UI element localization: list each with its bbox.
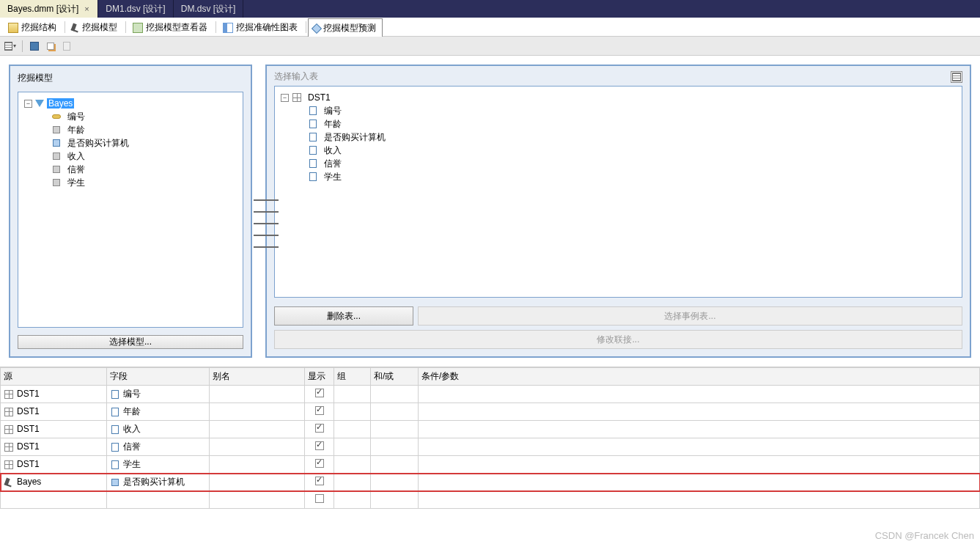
cell-group[interactable] bbox=[334, 474, 371, 491]
cell-group[interactable] bbox=[334, 456, 371, 474]
tab-mining-prediction[interactable]: 挖掘模型预测 bbox=[308, 18, 383, 37]
cell-andor[interactable] bbox=[371, 438, 419, 456]
mining-model-tree[interactable]: − Bayes 编号 年龄 是否购买计算机 收入 信誉 学生 bbox=[18, 92, 243, 328]
cell-group[interactable] bbox=[334, 438, 371, 456]
collapse-icon[interactable]: − bbox=[24, 100, 32, 108]
tree-node[interactable]: 信誉 bbox=[39, 163, 238, 176]
grid-row[interactable]: DST1年龄 bbox=[1, 403, 980, 421]
tree-root-dst1[interactable]: − DST1 bbox=[279, 91, 957, 104]
input-table-tree[interactable]: − DST1 编号 年龄 是否购买计算机 收入 信誉 学生 bbox=[274, 86, 962, 298]
cell-group[interactable] bbox=[334, 421, 371, 438]
grid-row[interactable]: DST1编号 bbox=[1, 386, 980, 403]
separator bbox=[215, 21, 216, 33]
table-icon bbox=[292, 93, 301, 102]
document-button[interactable] bbox=[61, 40, 73, 52]
col-show[interactable]: 显示 bbox=[305, 368, 334, 386]
cell-alias[interactable] bbox=[210, 438, 305, 456]
document-tab[interactable]: DM.dsv [设计] bbox=[174, 0, 244, 18]
col-andor[interactable]: 和/或 bbox=[371, 368, 419, 386]
col-cond[interactable]: 条件/参数 bbox=[419, 368, 980, 386]
modify-join-button: 修改联接... bbox=[274, 330, 962, 349]
key-icon bbox=[52, 114, 61, 119]
tab-mining-accuracy[interactable]: 挖掘准确性图表 bbox=[218, 18, 304, 36]
grid-row[interactable]: DST1学生 bbox=[1, 456, 980, 474]
show-checkbox[interactable] bbox=[315, 441, 324, 450]
cell-cond[interactable] bbox=[419, 456, 980, 474]
query-grid[interactable]: 源 字段 别名 显示 组 和/或 条件/参数 DST1编号DST1年龄DST1收… bbox=[0, 367, 980, 521]
tree-node[interactable]: 编号 bbox=[295, 104, 957, 117]
column-icon bbox=[111, 460, 119, 469]
col-field[interactable]: 字段 bbox=[107, 368, 210, 386]
tree-node[interactable]: 年龄 bbox=[295, 117, 957, 131]
cell-andor[interactable] bbox=[371, 456, 419, 474]
show-checkbox[interactable] bbox=[315, 389, 324, 397]
show-checkbox[interactable] bbox=[315, 477, 324, 485]
tab-mining-model[interactable]: 挖掘模型 bbox=[67, 18, 124, 36]
cell-andor[interactable] bbox=[371, 403, 419, 421]
cell-alias[interactable] bbox=[210, 421, 305, 438]
tree-node[interactable]: 收入 bbox=[295, 144, 957, 157]
cell-cond[interactable] bbox=[419, 474, 980, 491]
grid-row[interactable]: DST1信誉 bbox=[1, 438, 980, 456]
separator bbox=[65, 21, 65, 33]
panel-title: 挖掘模型 bbox=[10, 66, 251, 90]
tree-node[interactable]: 学生 bbox=[295, 170, 957, 183]
model-icon bbox=[4, 477, 14, 487]
grid-toggle-button[interactable] bbox=[951, 71, 962, 83]
col-alias[interactable]: 别名 bbox=[210, 368, 305, 386]
close-icon[interactable]: × bbox=[83, 5, 90, 12]
tree-node[interactable]: 是否购买计算机 bbox=[39, 136, 238, 150]
button-label: 修改联接... bbox=[597, 334, 639, 346]
col-group[interactable]: 组 bbox=[334, 368, 371, 386]
cell-cond[interactable] bbox=[419, 438, 980, 456]
copy-button[interactable] bbox=[45, 40, 56, 52]
show-checkbox[interactable] bbox=[315, 494, 324, 503]
tree-root-bayes[interactable]: − Bayes bbox=[23, 97, 238, 110]
cell-group[interactable] bbox=[334, 386, 371, 403]
show-checkbox[interactable] bbox=[315, 424, 324, 433]
grid-dropdown-button[interactable]: ▾ bbox=[4, 40, 16, 52]
cell-alias[interactable] bbox=[210, 456, 305, 474]
document-tab-active[interactable]: Bayes.dmm [设计] × bbox=[0, 0, 98, 18]
tree-node-label: 信誉 bbox=[67, 163, 85, 176]
tree-node[interactable]: 是否购买计算机 bbox=[295, 131, 957, 144]
tree-node[interactable]: 年龄 bbox=[39, 123, 238, 136]
save-button[interactable] bbox=[29, 40, 40, 52]
button-label: 选择事例表... bbox=[664, 310, 715, 323]
column-icon bbox=[111, 425, 119, 434]
show-checkbox[interactable] bbox=[315, 406, 324, 415]
cell-andor[interactable] bbox=[371, 386, 419, 403]
tree-node[interactable]: 学生 bbox=[39, 176, 238, 189]
tree-node-label: 学生 bbox=[324, 171, 342, 183]
grid-row[interactable]: Bayes是否购买计算机 bbox=[1, 474, 980, 491]
button-label: 选择模型... bbox=[109, 336, 152, 348]
tab-label: 挖掘结构 bbox=[21, 21, 56, 34]
cell-andor[interactable] bbox=[371, 474, 419, 491]
collapse-icon[interactable]: − bbox=[281, 94, 289, 102]
table-icon bbox=[4, 425, 13, 434]
cell-andor[interactable] bbox=[371, 421, 419, 438]
cell-alias[interactable] bbox=[210, 474, 305, 491]
tab-mining-structure[interactable]: 挖掘结构 bbox=[3, 18, 63, 36]
cell-cond[interactable] bbox=[419, 421, 980, 438]
delete-table-button[interactable]: 删除表... bbox=[274, 306, 413, 326]
cell-alias[interactable] bbox=[210, 386, 305, 403]
cell-alias[interactable] bbox=[210, 403, 305, 421]
select-model-button[interactable]: 选择模型... bbox=[18, 335, 243, 349]
grid-empty-row[interactable] bbox=[1, 491, 980, 509]
cell-group[interactable] bbox=[334, 403, 371, 421]
tree-node[interactable]: 编号 bbox=[39, 110, 238, 123]
tree-node[interactable]: 收入 bbox=[39, 150, 238, 163]
cell-cond[interactable] bbox=[419, 403, 980, 421]
grid-row[interactable]: DST1收入 bbox=[1, 421, 980, 438]
tree-node[interactable]: 信誉 bbox=[295, 157, 957, 170]
cell-cond[interactable] bbox=[419, 386, 980, 403]
separator bbox=[306, 21, 306, 33]
document-tab[interactable]: DM1.dsv [设计] bbox=[98, 0, 173, 18]
cell-source: DST1 bbox=[17, 406, 40, 416]
show-checkbox[interactable] bbox=[315, 459, 324, 468]
cell-field: 信誉 bbox=[123, 441, 141, 452]
col-source[interactable]: 源 bbox=[1, 368, 107, 386]
tab-mining-viewer[interactable]: 挖掘模型查看器 bbox=[128, 18, 214, 36]
grid-icon bbox=[952, 73, 961, 81]
